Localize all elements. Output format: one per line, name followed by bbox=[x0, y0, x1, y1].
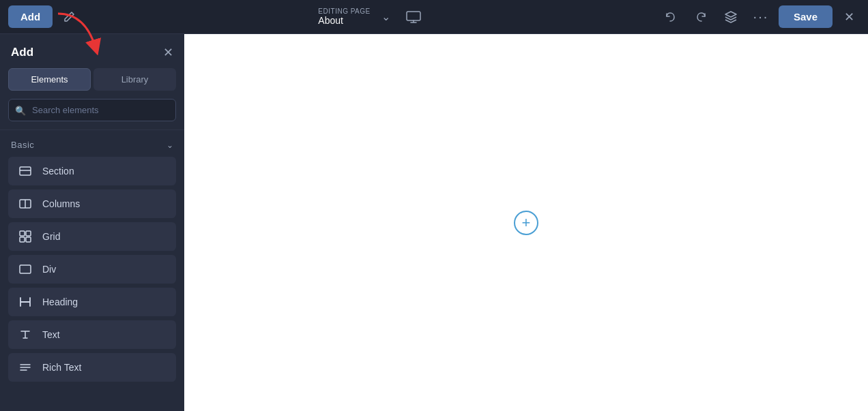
svg-rect-9 bbox=[20, 265, 31, 273]
section-icon bbox=[18, 165, 33, 177]
svg-rect-8 bbox=[26, 237, 31, 242]
basic-category-header[interactable]: Basic ⌄ bbox=[0, 130, 184, 157]
editing-page-info: EDITING PAGE About bbox=[318, 7, 370, 26]
sidebar-title: Add bbox=[11, 46, 33, 59]
element-grid-label: Grid bbox=[42, 231, 60, 242]
element-heading[interactable]: Heading bbox=[8, 288, 176, 316]
element-richtext[interactable]: Rich Text bbox=[8, 353, 176, 382]
toolbar-right: ··· Save ✕ bbox=[659, 5, 860, 29]
svg-rect-6 bbox=[26, 231, 31, 236]
close-button[interactable]: ✕ bbox=[838, 6, 860, 28]
tab-library[interactable]: Library bbox=[93, 68, 176, 91]
add-block-button[interactable]: + bbox=[514, 211, 538, 235]
toolbar-center: EDITING PAGE About ⌄ bbox=[91, 5, 653, 29]
sidebar-tabs: Elements Library bbox=[8, 68, 176, 91]
svg-rect-7 bbox=[20, 237, 25, 242]
element-columns-label: Columns bbox=[42, 198, 80, 209]
page-name: About bbox=[318, 15, 343, 26]
elements-list: Section Columns bbox=[0, 157, 184, 382]
redo-button[interactable] bbox=[689, 5, 713, 29]
search-input[interactable] bbox=[8, 99, 176, 121]
element-grid[interactable]: Grid bbox=[8, 222, 176, 251]
text-icon bbox=[18, 329, 33, 341]
richtext-icon bbox=[18, 361, 33, 374]
search-box: 🔍 bbox=[8, 99, 176, 121]
element-section[interactable]: Section bbox=[8, 157, 176, 185]
sidebar-header: Add ✕ bbox=[0, 34, 184, 68]
element-section-label: Section bbox=[42, 166, 74, 177]
add-button[interactable]: Add bbox=[8, 5, 53, 28]
tab-elements[interactable]: Elements bbox=[8, 68, 91, 91]
element-div[interactable]: Div bbox=[8, 255, 176, 284]
svg-rect-1 bbox=[20, 167, 31, 175]
basic-category-chevron: ⌄ bbox=[167, 140, 173, 150]
element-heading-label: Heading bbox=[42, 296, 78, 307]
div-icon bbox=[18, 263, 33, 275]
editing-page-label: EDITING PAGE bbox=[318, 7, 370, 15]
device-preview-icon[interactable] bbox=[401, 5, 426, 29]
element-div-label: Div bbox=[42, 264, 56, 275]
svg-rect-5 bbox=[20, 231, 25, 236]
basic-category-label: Basic bbox=[11, 140, 34, 150]
canvas-area: + bbox=[184, 34, 868, 411]
sidebar: Add ✕ Elements Library 🔍 Basic ⌄ bbox=[0, 34, 184, 411]
search-icon: 🔍 bbox=[15, 105, 26, 115]
page-dropdown-button[interactable]: ⌄ bbox=[379, 7, 393, 26]
grid-icon bbox=[18, 230, 33, 243]
sidebar-close-button[interactable]: ✕ bbox=[163, 45, 173, 60]
canvas-page: + bbox=[184, 34, 868, 411]
undo-button[interactable] bbox=[659, 5, 683, 29]
element-richtext-label: Rich Text bbox=[42, 362, 81, 373]
edit-icon[interactable] bbox=[58, 6, 80, 28]
element-text-label: Text bbox=[42, 329, 60, 340]
svg-rect-0 bbox=[407, 12, 420, 20]
sidebar-scroll: Basic ⌄ Section bbox=[0, 130, 184, 411]
main-area: Add ✕ Elements Library 🔍 Basic ⌄ bbox=[0, 34, 868, 411]
toolbar: Add EDITING PAGE About ⌄ bbox=[0, 0, 868, 34]
layers-button[interactable] bbox=[719, 5, 743, 29]
save-button[interactable]: Save bbox=[779, 5, 833, 28]
heading-icon bbox=[18, 296, 33, 308]
element-columns[interactable]: Columns bbox=[8, 189, 176, 218]
more-options-button[interactable]: ··· bbox=[749, 5, 773, 29]
element-text[interactable]: Text bbox=[8, 320, 176, 349]
columns-icon bbox=[18, 198, 33, 210]
